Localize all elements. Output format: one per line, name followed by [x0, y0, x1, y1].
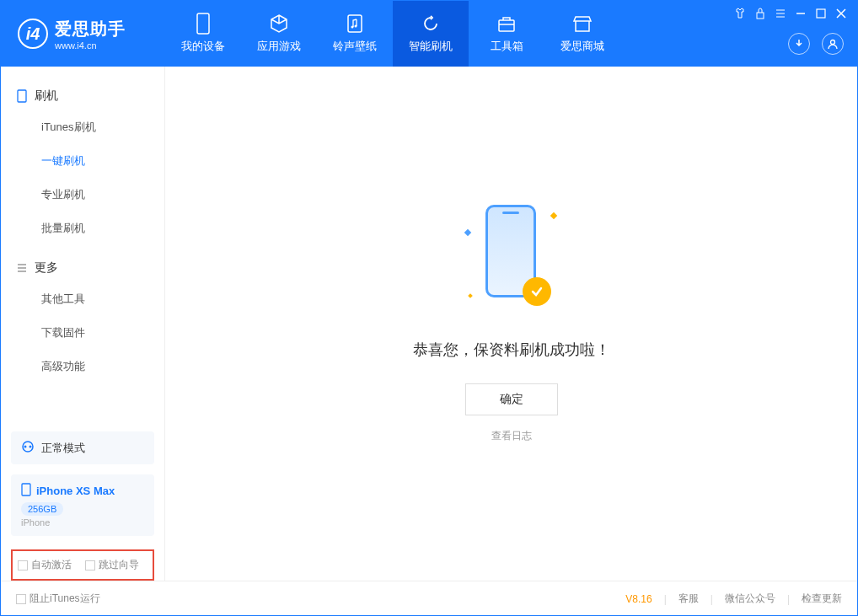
menu-icon: [16, 262, 28, 274]
nav-tabs: 我的设备 应用游戏 铃声壁纸 智能刷机 工具箱 爱思商城: [165, 1, 620, 67]
maximize-icon[interactable]: [815, 8, 827, 19]
mode-box[interactable]: 正常模式: [11, 431, 154, 464]
nav-tab-toolbox[interactable]: 工具箱: [469, 1, 544, 67]
mode-icon: [21, 440, 35, 456]
logo-icon: i4: [18, 19, 48, 49]
view-log-link[interactable]: 查看日志: [491, 429, 532, 443]
success-illustration: [474, 205, 550, 314]
svg-rect-12: [22, 484, 30, 495]
sidebar-section-more[interactable]: 更多: [1, 254, 164, 282]
nav-tab-apps[interactable]: 应用游戏: [241, 1, 317, 67]
close-icon[interactable]: [835, 8, 847, 19]
checkbox-skip-guide[interactable]: 跳过向导: [85, 558, 139, 572]
device-name: iPhone XS Max: [36, 485, 115, 497]
sidebar: 刷机 iTunes刷机 一键刷机 专业刷机 批量刷机 更多 其他工具 下载固件 …: [1, 67, 165, 581]
ok-button[interactable]: 确定: [465, 383, 558, 415]
store-icon: [572, 13, 593, 34]
svg-rect-0: [197, 13, 209, 34]
svg-rect-6: [817, 9, 825, 18]
sidebar-item-pro-flash[interactable]: 专业刷机: [1, 178, 164, 212]
highlighted-checkbox-row: 自动激活 跳过向导: [11, 549, 154, 581]
device-icon: [21, 483, 31, 499]
lock-icon[interactable]: [754, 8, 766, 19]
sidebar-section-flash[interactable]: 刷机: [1, 82, 164, 110]
nav-label: 工具箱: [491, 39, 523, 54]
nav-label: 智能刷机: [409, 39, 453, 54]
sidebar-item-oneclick-flash[interactable]: 一键刷机: [1, 144, 164, 178]
svg-point-10: [24, 446, 27, 448]
user-button[interactable]: [822, 33, 844, 55]
device-box[interactable]: iPhone XS Max 256GB iPhone: [11, 474, 154, 536]
main-content: 恭喜您，保资料刷机成功啦！ 确定 查看日志: [165, 67, 857, 581]
toolbox-icon: [496, 13, 517, 34]
cube-icon: [269, 13, 289, 34]
wechat-link[interactable]: 微信公众号: [725, 592, 775, 606]
shirt-icon[interactable]: [734, 8, 746, 19]
update-link[interactable]: 检查更新: [802, 592, 842, 606]
sidebar-item-other-tools[interactable]: 其他工具: [1, 282, 164, 316]
svg-rect-8: [18, 90, 26, 102]
nav-tab-ringtone[interactable]: 铃声壁纸: [317, 1, 393, 67]
mode-label: 正常模式: [41, 441, 85, 456]
checkbox-block-itunes[interactable]: 阻止iTunes运行: [16, 592, 100, 606]
svg-rect-5: [757, 13, 764, 19]
nav-tab-store[interactable]: 爱思商城: [544, 1, 620, 67]
svg-rect-1: [348, 15, 362, 32]
svg-rect-4: [499, 20, 514, 31]
nav-tab-device[interactable]: 我的设备: [165, 1, 241, 67]
svg-point-3: [355, 25, 357, 28]
app-url: www.i4.cn: [55, 40, 126, 51]
section-title: 更多: [35, 260, 58, 276]
app-title: 爱思助手: [55, 18, 126, 40]
download-button[interactable]: [788, 33, 810, 55]
checkbox-auto-activate[interactable]: 自动激活: [18, 558, 72, 572]
sidebar-item-download-firmware[interactable]: 下载固件: [1, 316, 164, 350]
music-icon: [345, 13, 365, 34]
check-icon: [523, 277, 551, 306]
sidebar-item-batch-flash[interactable]: 批量刷机: [1, 212, 164, 245]
phone-icon: [16, 90, 28, 102]
menu-icon[interactable]: [775, 8, 786, 19]
logo[interactable]: i4 爱思助手 www.i4.cn: [1, 18, 165, 51]
device-type: iPhone: [21, 517, 144, 528]
refresh-icon: [421, 13, 441, 34]
minimize-icon[interactable]: [795, 8, 807, 19]
svg-point-7: [831, 40, 835, 45]
storage-badge: 256GB: [21, 502, 63, 516]
nav-label: 我的设备: [181, 39, 225, 54]
nav-label: 应用游戏: [257, 39, 301, 54]
svg-point-2: [351, 26, 354, 29]
header: i4 爱思助手 www.i4.cn 我的设备 应用游戏 铃声壁纸 智能刷机 工具…: [1, 1, 857, 67]
sidebar-item-itunes-flash[interactable]: iTunes刷机: [1, 110, 164, 144]
success-message: 恭喜您，保资料刷机成功啦！: [413, 340, 610, 360]
nav-tab-flash[interactable]: 智能刷机: [393, 1, 469, 67]
section-title: 刷机: [35, 88, 58, 104]
window-controls: [734, 8, 847, 19]
nav-label: 铃声壁纸: [333, 39, 377, 54]
footer: 阻止iTunes运行 V8.16 | 客服 | 微信公众号 | 检查更新: [1, 581, 857, 616]
version-label: V8.16: [625, 593, 652, 605]
svg-point-11: [29, 446, 32, 448]
device-icon: [193, 13, 213, 34]
nav-label: 爱思商城: [560, 39, 604, 54]
sidebar-item-advanced[interactable]: 高级功能: [1, 350, 164, 383]
support-link[interactable]: 客服: [678, 592, 699, 606]
